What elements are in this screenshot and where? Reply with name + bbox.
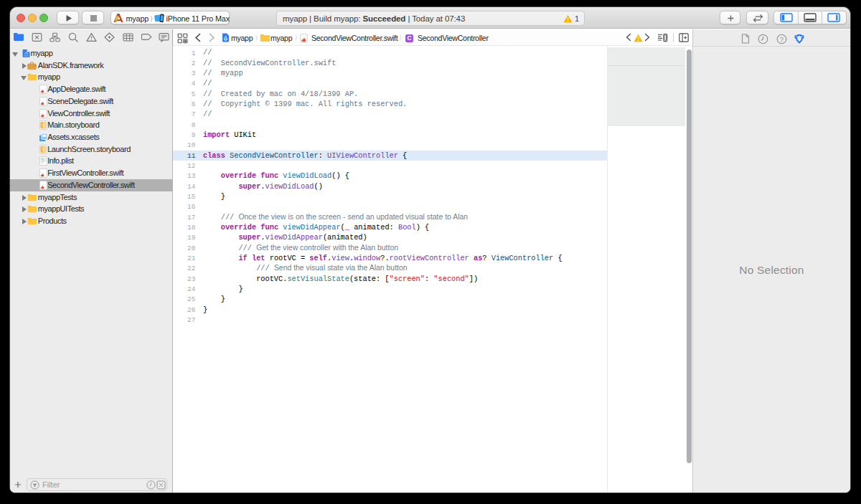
svg-text:?: ?	[779, 36, 783, 43]
